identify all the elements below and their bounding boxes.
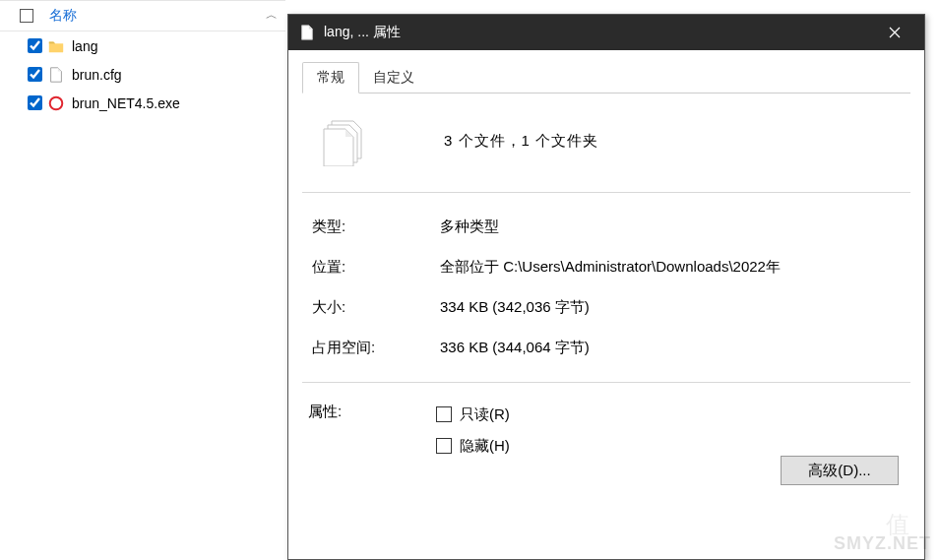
filename-label: lang [72,38,97,54]
column-header[interactable]: 名称 ︿ [0,0,285,31]
table-row[interactable]: brun.cfg [0,60,285,89]
location-value: 全部位于 C:\Users\Administrator\Downloads\20… [440,258,901,277]
row-checkbox[interactable] [28,95,42,110]
tab-bar: 常规 自定义 [302,60,910,93]
filename-label: brun_NET4.5.exe [72,95,180,111]
size-on-disk-label: 占用空间: [312,339,440,357]
location-label: 位置: [312,258,440,277]
size-label: 大小: [312,298,440,317]
table-row[interactable]: brun_NET4.5.exe [0,89,285,117]
checkbox-icon [436,438,452,454]
sort-chevron-icon[interactable]: ︿ [266,7,278,24]
row-checkbox[interactable] [28,38,42,53]
app-icon [46,93,66,113]
close-button[interactable] [875,15,914,50]
size-on-disk-value: 336 KB (344,064 字节) [440,339,901,357]
hidden-label: 隐藏(H) [460,437,510,456]
name-column-label: 名称 [49,7,77,25]
documents-stack-icon [318,115,373,166]
attributes-label: 属性: [308,399,436,462]
document-icon [298,24,316,41]
filename-label: brun.cfg [72,67,122,83]
summary-text: 3 个文件，1 个文件夹 [444,132,598,151]
tab-custom[interactable]: 自定义 [359,63,428,93]
svg-point-0 [50,96,63,109]
folder-icon [46,36,66,56]
readonly-label: 只读(R) [460,405,510,424]
advanced-button[interactable]: 高级(D)... [781,456,899,485]
close-icon [889,27,901,38]
size-value: 334 KB (342,036 字节) [440,298,901,317]
type-value: 多种类型 [440,218,901,236]
readonly-checkbox[interactable]: 只读(R) [436,399,905,430]
type-label: 类型: [312,218,440,236]
tab-general[interactable]: 常规 [302,62,359,93]
row-checkbox[interactable] [28,67,42,82]
titlebar[interactable]: lang, ... 属性 [288,15,924,50]
select-all-checkbox[interactable] [20,9,33,23]
checkbox-icon [436,406,452,422]
dialog-title: lang, ... 属性 [324,24,401,41]
file-icon [46,65,66,85]
properties-dialog: lang, ... 属性 常规 自定义 3 个文件，1 个文件夹 类型: [287,14,925,560]
table-row[interactable]: lang [0,31,285,60]
